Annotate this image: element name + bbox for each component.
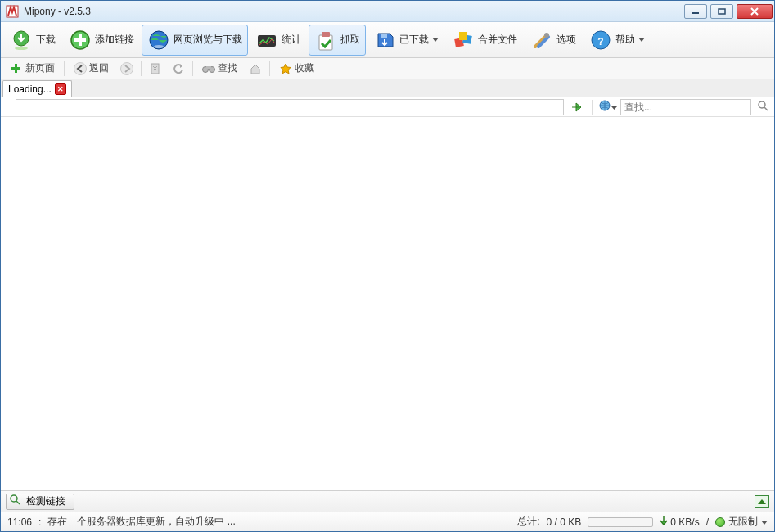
- toolbar-downloaded-label: 已下载: [399, 33, 429, 47]
- merge-files-icon: [452, 29, 475, 52]
- address-bar[interactable]: [16, 99, 564, 115]
- collapse-toggle[interactable]: [755, 495, 769, 508]
- svg-rect-12: [319, 35, 332, 50]
- totals-value: 0 / 0 KB: [547, 516, 582, 528]
- toolbar-browse-download[interactable]: 网页浏览与下载: [142, 25, 248, 56]
- back-icon: [74, 62, 87, 75]
- toolbar-grab-label: 抓取: [340, 33, 360, 47]
- separator: [192, 61, 193, 76]
- separator: [141, 61, 142, 76]
- help-icon: ?: [589, 29, 612, 52]
- svg-line-29: [764, 107, 768, 110]
- chevron-down-icon: [761, 516, 768, 528]
- svg-rect-7: [74, 38, 86, 42]
- plus-icon: [10, 62, 23, 75]
- svg-point-30: [11, 495, 17, 502]
- nav-favorites-label: 收藏: [295, 61, 314, 75]
- tab-strip: Loading... ✕: [1, 79, 774, 97]
- toolbar-grab[interactable]: 抓取: [309, 25, 366, 56]
- svg-rect-26: [206, 66, 211, 69]
- status-slash: /: [706, 516, 709, 528]
- download-icon: [10, 29, 33, 52]
- status-bar: 11:06 : 存在一个服务器数据库更新，自动升级中 ... 总计: 0 / 0…: [1, 512, 774, 531]
- detect-links-button[interactable]: 检测链接: [6, 494, 74, 510]
- svg-point-28: [759, 101, 765, 108]
- app-icon: [6, 5, 19, 18]
- toolbar-browse-label: 网页浏览与下载: [173, 33, 242, 47]
- toolbar-stats-label: 统计: [282, 33, 301, 47]
- limit-control[interactable]: 无限制: [715, 515, 768, 529]
- speed-indicator: 0 KB/s: [660, 516, 699, 528]
- toolbar-options[interactable]: 选项: [525, 25, 582, 56]
- nav-new-page-label: 新页面: [25, 61, 55, 75]
- downloaded-icon: [373, 29, 396, 52]
- search-icon: [10, 494, 21, 508]
- grab-icon: [314, 29, 337, 52]
- browser-tab[interactable]: Loading... ✕: [2, 80, 72, 97]
- svg-rect-2: [719, 9, 725, 14]
- speed-value: 0 KB/s: [670, 516, 699, 528]
- svg-rect-13: [322, 32, 330, 37]
- toolbar-options-label: 选项: [556, 33, 576, 47]
- search-input[interactable]: [620, 99, 751, 115]
- status-message: 存在一个服务器数据库更新，自动升级中 ...: [47, 515, 235, 529]
- toolbar-add-link[interactable]: 添加链接: [63, 25, 140, 56]
- main-toolbar: 下载 添加链接 网页浏览与下载 统计 抓取: [1, 22, 774, 58]
- add-link-icon: [69, 29, 92, 52]
- toolbar-downloaded[interactable]: 已下载: [367, 25, 444, 56]
- forward-icon: [120, 62, 133, 75]
- go-button[interactable]: [569, 99, 585, 115]
- globe-icon: [599, 100, 611, 114]
- nav-forward[interactable]: [118, 60, 136, 78]
- toolbar-help[interactable]: ? 帮助: [584, 25, 651, 56]
- star-icon: [279, 62, 292, 75]
- chevron-down-icon: [611, 101, 617, 113]
- search-button[interactable]: [755, 99, 771, 115]
- detect-links-label: 检测链接: [26, 494, 65, 508]
- chevron-up-icon: [758, 496, 766, 507]
- maximize-button[interactable]: [710, 4, 733, 19]
- progress-bar: [588, 517, 653, 527]
- detect-bar: 检测链接: [1, 490, 774, 512]
- status-colon: :: [38, 516, 41, 528]
- close-tab-icon[interactable]: ✕: [55, 83, 66, 95]
- nav-new-page[interactable]: 新页面: [6, 59, 59, 78]
- nav-stop[interactable]: [146, 60, 164, 78]
- search-icon: [757, 100, 768, 114]
- toolbar-download-label: 下载: [36, 33, 56, 47]
- toolbar-merge-label: 合并文件: [478, 33, 517, 47]
- toolbar-download[interactable]: 下载: [4, 25, 61, 56]
- separator: [64, 61, 65, 76]
- app-window: Mipony - v2.5.3 下载 添加链接 网页浏览与下载: [0, 0, 775, 532]
- close-button[interactable]: [737, 4, 773, 19]
- limit-label: 无限制: [728, 515, 758, 529]
- globe-icon: [147, 29, 170, 52]
- separator: [269, 61, 270, 76]
- toolbar-merge-files[interactable]: 合并文件: [446, 25, 523, 56]
- nav-back[interactable]: 返回: [70, 59, 113, 78]
- status-dot-icon: [715, 517, 725, 527]
- title-bar: Mipony - v2.5.3: [1, 1, 774, 22]
- nav-refresh[interactable]: [169, 60, 187, 78]
- svg-point-4: [15, 47, 28, 50]
- status-time: 11:06: [7, 516, 32, 528]
- svg-rect-14: [381, 34, 387, 38]
- toolbar-stats[interactable]: 统计: [250, 25, 307, 56]
- window-controls: [684, 4, 773, 19]
- toolbar-help-label: 帮助: [615, 33, 635, 47]
- nav-find[interactable]: 查找: [198, 59, 241, 78]
- svg-point-10: [154, 45, 164, 48]
- refresh-icon: [172, 62, 185, 75]
- address-row: [1, 97, 774, 117]
- chevron-down-icon: [432, 37, 439, 43]
- chevron-down-icon: [638, 37, 645, 43]
- minimize-button[interactable]: [684, 4, 707, 19]
- stats-icon: [255, 29, 278, 52]
- nav-home[interactable]: [246, 60, 264, 78]
- svg-rect-22: [11, 67, 20, 70]
- tab-label: Loading...: [8, 83, 52, 95]
- svg-text:?: ?: [597, 36, 603, 47]
- nav-back-label: 返回: [89, 61, 109, 75]
- search-engine-selector[interactable]: [599, 99, 617, 115]
- nav-favorites[interactable]: 收藏: [275, 59, 318, 78]
